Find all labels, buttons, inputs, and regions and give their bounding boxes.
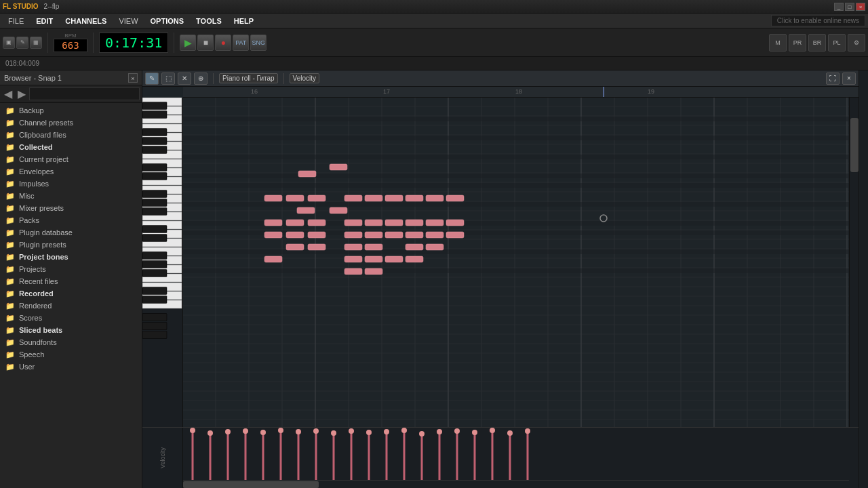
maximize-button[interactable]: □ xyxy=(845,3,854,11)
svg-rect-89 xyxy=(426,232,443,238)
browser-item-rendered[interactable]: 📁Rendered xyxy=(0,300,142,312)
vscroll-thumb[interactable] xyxy=(850,118,859,172)
pr-close-btn[interactable]: × xyxy=(842,73,856,85)
browser-item-impulses[interactable]: 📁Impulses xyxy=(0,178,142,190)
svg-rect-99 xyxy=(365,256,382,262)
stop-button[interactable]: ■ xyxy=(197,35,214,51)
svg-rect-74 xyxy=(286,220,304,226)
pattern-button[interactable]: PAT xyxy=(233,35,249,51)
tool-btn-1[interactable]: ▣ xyxy=(3,37,15,49)
browser-item-project-bones[interactable]: 📁Project bones xyxy=(0,251,142,263)
browser-item-collected[interactable]: 📁Collected xyxy=(0,141,142,153)
browser-item-user[interactable]: 📁User xyxy=(0,361,142,373)
svg-rect-100 xyxy=(385,256,403,262)
svg-point-108 xyxy=(208,430,213,436)
app-logo: FL STUDIO xyxy=(3,3,39,10)
erase-tool-btn[interactable]: ✕ xyxy=(178,73,191,85)
toolbar-divider-2 xyxy=(283,73,284,84)
svg-point-116 xyxy=(278,428,283,433)
tool-btn-2[interactable]: ✎ xyxy=(16,37,28,49)
svg-rect-40 xyxy=(142,296,167,304)
svg-point-112 xyxy=(243,428,248,434)
plugin-btn[interactable]: PL xyxy=(828,34,846,52)
velocity-dropdown[interactable]: Velocity xyxy=(290,73,319,83)
svg-rect-35 xyxy=(142,235,167,242)
transport-bar: ▣ ✎ ▦ BPM 663 0:17:31 ▶ ■ ● PAT SNG M PR… xyxy=(0,28,868,57)
minimize-button[interactable]: _ xyxy=(834,3,844,11)
browser-item-backup[interactable]: 📁Backup xyxy=(0,104,142,117)
browser-item-envelopes[interactable]: 📁Envelopes xyxy=(0,165,142,178)
browser-item-scores[interactable]: 📁Scores xyxy=(0,312,142,324)
browser-item-label-10: Plugin database xyxy=(19,228,73,237)
browser-search-bar[interactable] xyxy=(29,87,140,100)
browser-item-soundfonts[interactable]: 📁Soundfonts xyxy=(0,336,142,348)
browser-forward-btn[interactable]: ▶ xyxy=(16,87,28,100)
svg-rect-36 xyxy=(142,252,167,260)
browser-item-label-12: Project bones xyxy=(19,253,68,261)
browser-item-projects[interactable]: 📁Projects xyxy=(0,263,142,275)
pr-expand-btn[interactable]: ⛶ xyxy=(826,73,840,85)
song-button[interactable]: SNG xyxy=(250,35,267,51)
menu-view[interactable]: VIEW xyxy=(113,16,143,26)
note-grid[interactable] xyxy=(183,98,849,427)
browser-item-recorded[interactable]: 📁Recorded xyxy=(0,287,142,300)
browser-item-packs[interactable]: 📁Packs xyxy=(0,214,142,226)
menu-edit[interactable]: EDIT xyxy=(31,16,58,26)
browser-item-recent-files[interactable]: 📁Recent files xyxy=(0,275,142,287)
svg-rect-95 xyxy=(406,244,423,250)
project-title: 2--flp xyxy=(44,3,834,10)
online-news-btn[interactable]: Click to enable online news xyxy=(771,15,865,26)
svg-rect-78 xyxy=(385,220,403,226)
menu-options[interactable]: OPTIONS xyxy=(145,16,190,26)
svg-rect-24 xyxy=(142,102,167,110)
svg-rect-80 xyxy=(426,220,443,226)
svg-rect-28 xyxy=(142,146,167,154)
titlebar: FL STUDIO 2--flp _ □ × xyxy=(0,0,868,14)
browser-item-current-project[interactable]: 📁Current project xyxy=(0,153,142,165)
browser-item-speech[interactable]: 📁Speech xyxy=(0,348,142,361)
folder-icon-13: 📁 xyxy=(5,264,15,274)
browser-close-btn[interactable]: × xyxy=(128,73,138,83)
play-button[interactable]: ▶ xyxy=(180,35,196,51)
h-scrollbar[interactable] xyxy=(183,480,849,488)
svg-rect-34 xyxy=(142,226,167,233)
far-right-scroll xyxy=(859,70,868,488)
folder-icon-20: 📁 xyxy=(5,350,15,359)
folder-icon-16: 📁 xyxy=(5,301,15,310)
svg-rect-53 xyxy=(183,174,849,178)
zoom-tool-btn[interactable]: ⊕ xyxy=(194,73,208,85)
browser-item-channel-presets[interactable]: 📁Channel presets xyxy=(0,117,142,129)
instrument-dropdown[interactable]: Piano roll - Гитар xyxy=(219,73,278,83)
svg-rect-91 xyxy=(286,244,304,250)
mixer-btn[interactable]: M xyxy=(769,34,787,52)
select-tool-btn[interactable]: ⬚ xyxy=(161,73,175,85)
bpm-display[interactable]: 663 xyxy=(54,39,87,52)
browser-item-misc[interactable]: 📁Misc xyxy=(0,190,142,202)
menu-file[interactable]: FILE xyxy=(3,16,29,26)
menu-channels[interactable]: CHANNELS xyxy=(60,16,112,26)
h-scroll-thumb[interactable] xyxy=(183,481,319,488)
svg-rect-39 xyxy=(142,287,167,295)
pr-vscroll[interactable] xyxy=(849,98,859,427)
close-button[interactable]: × xyxy=(856,3,865,11)
browser-item-clipboard-files[interactable]: 📁Clipboard files xyxy=(0,129,142,141)
settings-btn[interactable]: ⚙ xyxy=(848,34,865,52)
browser-back-btn[interactable]: ◀ xyxy=(2,87,14,100)
piano-roll-btn[interactable]: PR xyxy=(789,34,806,52)
browser-item-plugin-presets[interactable]: 📁Plugin presets xyxy=(0,239,142,251)
browser-item-label-18: Sliced beats xyxy=(19,326,62,334)
browser-btn[interactable]: BR xyxy=(808,34,826,52)
browser-item-sliced-beats[interactable]: 📁Sliced beats xyxy=(0,324,142,336)
browser-item-mixer-presets[interactable]: 📁Mixer presets xyxy=(0,202,142,214)
browser-item-label-16: Rendered xyxy=(19,302,52,310)
draw-tool-btn[interactable]: ✎ xyxy=(145,73,159,85)
menu-tools[interactable]: TOOLS xyxy=(191,16,227,26)
main-layout: Browser - Snap 1 × ◀ ▶ 📁Backup📁Channel p… xyxy=(0,70,868,488)
folder-icon-15: 📁 xyxy=(5,289,15,298)
tool-btn-3[interactable]: ▦ xyxy=(30,37,42,49)
folder-icon-9: 📁 xyxy=(5,216,15,225)
svg-rect-64 xyxy=(308,195,326,201)
menu-help[interactable]: HELP xyxy=(229,16,259,26)
browser-item-plugin-database[interactable]: 📁Plugin database xyxy=(0,226,142,239)
record-button[interactable]: ● xyxy=(215,35,231,51)
